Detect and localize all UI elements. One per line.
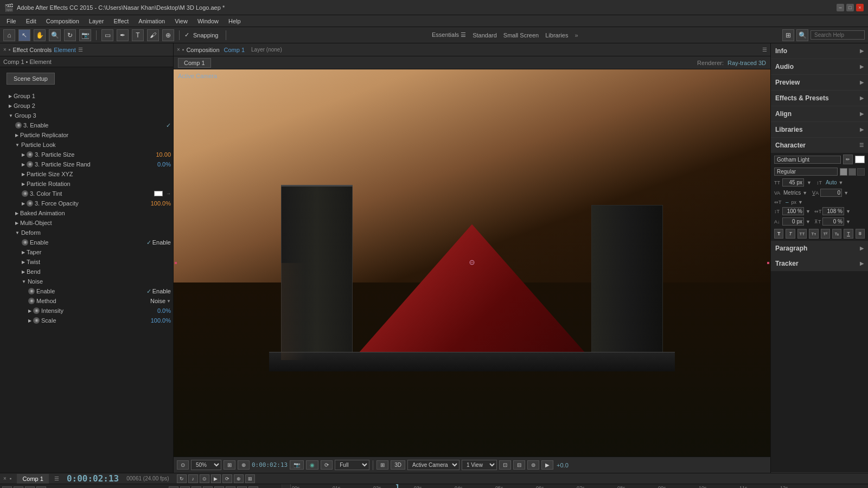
tl-switch-6[interactable]: ★ [226, 486, 235, 489]
it-input[interactable] [782, 207, 804, 215]
stroke-color-2[interactable] [848, 168, 856, 176]
menu-view[interactable]: View [170, 17, 192, 25]
audio-header[interactable]: Audio ▶ [771, 59, 868, 74]
tl-loop-btn[interactable]: ↻ [177, 474, 187, 483]
snapshot-btn[interactable]: 📷 [290, 460, 304, 470]
baked-animation-row[interactable]: ▶ Baked Animation [0, 208, 173, 218]
menu-layer[interactable]: Layer [85, 17, 108, 25]
hscale-value[interactable]: – [786, 199, 789, 205]
menu-effect[interactable]: Effect [109, 17, 133, 25]
group2-row[interactable]: ▶ Group 2 [0, 101, 173, 111]
tl-switch-2[interactable]: ⊠ [180, 486, 190, 489]
camera-dropdown[interactable]: Active Camera [407, 460, 459, 470]
italic-btn[interactable]: T [786, 229, 795, 239]
group3-row[interactable]: ▼ Group 3 [0, 111, 173, 120]
3d-btn[interactable]: 3D [391, 460, 405, 470]
allcaps-btn[interactable]: TT [797, 229, 807, 239]
multi-object-row[interactable]: ▶ Multi-Object [0, 218, 173, 228]
close-button[interactable]: × [856, 4, 864, 11]
stroke-color-3[interactable] [857, 168, 865, 176]
stroke-color-1[interactable] [840, 168, 847, 176]
deform-enable-row[interactable]: ◉ Enable ✓ Enable [0, 237, 173, 247]
group1-row[interactable]: ▶ Group 1 [0, 91, 173, 101]
pixel-btn[interactable]: ⊕ [238, 460, 250, 470]
super-btn[interactable]: T² [821, 229, 830, 239]
leading-auto[interactable]: Auto [826, 179, 837, 185]
color-tint-row[interactable]: ◉ 3. Color Tint → [0, 189, 173, 198]
hand-btn[interactable]: ✋ [34, 29, 46, 41]
particle-size-rand-row[interactable]: ▶ ◉ 3. Particle Size Rand 0.0% [0, 159, 173, 169]
menu-animation[interactable]: Animation [134, 17, 169, 25]
search-input[interactable] [810, 30, 865, 40]
force-opacity-value[interactable]: 100.0% [151, 200, 171, 207]
tl-flow-btn[interactable]: ⟳ [222, 474, 232, 483]
force-opacity-row[interactable]: ▶ ◉ 3. Force Opacity 100.0% [0, 198, 173, 208]
noise-enable-row[interactable]: ◉ Enable ✓ Enable [0, 286, 173, 296]
menu-edit[interactable]: Edit [22, 17, 41, 25]
playhead[interactable] [397, 484, 398, 488]
underline-btn[interactable]: T [844, 229, 853, 239]
particle-size-value[interactable]: 10.00 [156, 151, 171, 158]
tl-eye-btn[interactable]: 👁 [2, 486, 12, 489]
camera-btn[interactable]: 📷 [79, 29, 91, 41]
tl-render-btn[interactable]: ▶ [211, 474, 221, 483]
menu-window[interactable]: Window [193, 17, 223, 25]
text-btn[interactable]: T [132, 29, 144, 41]
particle-look-row[interactable]: ▼ Particle Look [0, 140, 173, 150]
particle-size-rand-value[interactable]: 0.0% [157, 161, 171, 168]
tl-switch-7[interactable]: ⊕ [237, 486, 247, 489]
flow-btn[interactable]: ⟳ [321, 460, 333, 470]
noise-intensity-value[interactable]: 0.0% [157, 307, 171, 314]
paragraph-header[interactable]: Paragraph ▶ [771, 241, 868, 256]
tl-switch-5[interactable]: ⊙ [214, 486, 224, 489]
workspace-essentials[interactable]: Essentials ☰ [432, 31, 466, 38]
tsb-input[interactable] [822, 217, 844, 226]
menu-composition[interactable]: Composition [42, 17, 84, 25]
bend-row[interactable]: ▶ Bend [0, 267, 173, 277]
clone-btn[interactable]: ⊕ [162, 29, 174, 41]
deform-row[interactable]: ▼ Deform [0, 228, 173, 237]
window-controls[interactable]: – □ × [837, 4, 864, 11]
noise-row[interactable]: ▼ Noise [0, 277, 173, 286]
noise-scale-value[interactable]: 100.0% [151, 317, 171, 324]
preview-header[interactable]: Preview ▶ [771, 75, 868, 90]
font-color-box[interactable] [855, 156, 865, 163]
search-icon[interactable]: 🔍 [796, 29, 808, 41]
character-header[interactable]: Character ☰ [771, 138, 868, 153]
comp-menu-icon[interactable]: ☰ [762, 47, 767, 53]
sub-btn[interactable]: T₂ [832, 229, 841, 239]
tl-cache-btn[interactable]: ⊙ [200, 474, 209, 483]
home-btn[interactable]: ⌂ [3, 29, 15, 41]
align-header[interactable]: Align ▶ [771, 106, 868, 121]
twist-row[interactable]: ▶ Twist [0, 257, 173, 267]
tl-switch-4[interactable]: 3D [203, 486, 213, 489]
render-btn[interactable]: ⊡ [499, 460, 511, 470]
comp1-tab[interactable]: Comp 1 [17, 474, 49, 484]
taper-row[interactable]: ▶ Taper [0, 247, 173, 257]
zoom-dropdown[interactable]: 50% 100% [191, 460, 221, 470]
bold-btn[interactable]: T [774, 229, 783, 239]
particle-size-xyz-row[interactable]: ▶ Particle Size XYZ [0, 169, 173, 179]
comp-close-icon[interactable]: × [177, 47, 180, 53]
preview-play[interactable]: ▶ [541, 460, 553, 470]
tl-label-btn[interactable]: ◉ [25, 486, 35, 489]
font-style-input[interactable] [774, 168, 838, 176]
ts-input[interactable] [822, 207, 844, 215]
tl-lock-btn[interactable]: 🔒 [14, 486, 23, 489]
rect-btn[interactable]: ▭ [101, 29, 113, 41]
color-btn[interactable]: ◉ [306, 460, 318, 470]
panel-menu-icon[interactable]: ☰ [78, 47, 83, 53]
fit-btn[interactable]: ⊞ [224, 460, 235, 470]
brush-btn[interactable]: 🖌 [147, 29, 159, 41]
effects-presets-header[interactable]: Effects & Presets ▶ [771, 91, 868, 106]
noise-intensity-row[interactable]: ▶ ◉ Intensity 0.0% [0, 306, 173, 316]
tl-switch-3[interactable]: fx [192, 486, 201, 489]
libraries-header[interactable]: Libraries ▶ [771, 122, 868, 137]
quality-dropdown[interactable]: Full Half Quarter [335, 460, 369, 470]
baseline-input[interactable] [782, 217, 804, 226]
info-header[interactable]: Info ▶ [771, 43, 868, 59]
overlay-btn[interactable]: ⊟ [513, 460, 525, 470]
panel-close-icon[interactable]: × [3, 47, 7, 53]
snap-btn[interactable]: ⊙ [177, 460, 189, 470]
zoom-btn[interactable]: 🔍 [49, 29, 61, 41]
